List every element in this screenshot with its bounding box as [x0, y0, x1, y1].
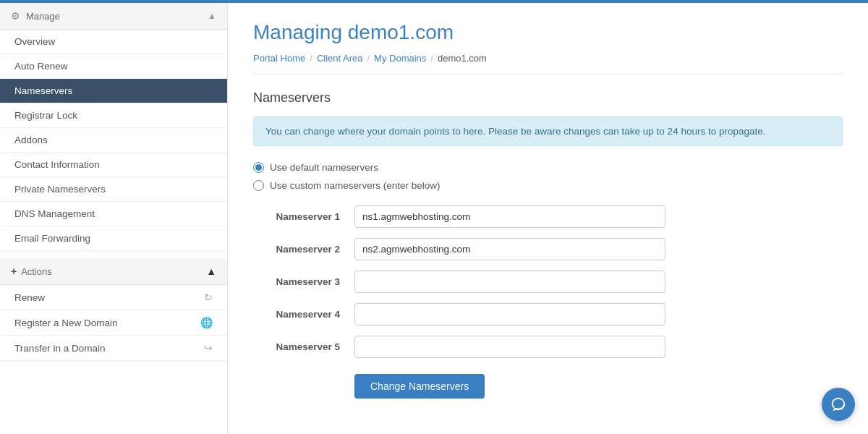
breadcrumb: Portal Home / Client Area / My Domains /…: [253, 53, 843, 75]
content-area: Managing demo1.com Portal Home / Client …: [228, 3, 868, 434]
ns-label-5: Nameserver 5: [260, 341, 340, 352]
ns-label-4: Nameserver 4: [260, 309, 340, 320]
section-title: Nameservers: [253, 90, 843, 106]
sidebar-action-register-domain[interactable]: Register a New Domain 🌐: [0, 310, 227, 336]
manage-label: Manage: [26, 11, 60, 22]
page-title: Managing demo1.com: [253, 21, 843, 44]
radio-custom-option[interactable]: Use custom nameservers (enter below): [253, 180, 843, 191]
nameserver-form: Nameserver 1 Nameserver 2 Nameserver 3 N…: [253, 205, 843, 399]
info-box: You can change where your domain points …: [253, 116, 843, 146]
ns-input-5[interactable]: [354, 336, 665, 358]
actions-section-header: + Actions ▲: [0, 258, 227, 285]
ns-input-1[interactable]: [354, 205, 665, 228]
sidebar-action-transfer-in[interactable]: Transfer in a Domain ↪: [0, 336, 227, 361]
sidebar-item-dns-management[interactable]: DNS Management: [0, 202, 227, 226]
radio-default-input[interactable]: [253, 162, 264, 173]
refresh-icon: ↻: [204, 292, 213, 303]
arrow-forward-icon: ↪: [204, 342, 213, 354]
sidebar: ⚙ Manage ▲ Overview Auto Renew Nameserve…: [0, 3, 228, 434]
gear-icon: ⚙: [11, 10, 20, 22]
sidebar-item-overview[interactable]: Overview: [0, 30, 227, 54]
change-button-row: Change Nameservers: [260, 368, 843, 399]
sidebar-item-private-nameservers[interactable]: Private Nameservers: [0, 177, 227, 202]
ns-row-1: Nameserver 1: [260, 205, 843, 228]
plus-icon: +: [11, 265, 17, 277]
sidebar-item-contact-information[interactable]: Contact Information: [0, 153, 227, 177]
actions-chevron-icon: ▲: [206, 265, 216, 277]
manage-chevron-icon: ▲: [208, 11, 216, 21]
manage-section-header: ⚙ Manage ▲: [0, 3, 227, 30]
sidebar-item-nameservers[interactable]: Nameservers: [0, 79, 227, 103]
actions-label: Actions: [21, 266, 52, 277]
ns-row-2: Nameserver 2: [260, 238, 843, 260]
breadcrumb-client-area[interactable]: Client Area: [317, 53, 363, 64]
change-nameservers-button[interactable]: Change Nameservers: [354, 374, 485, 399]
radio-default-label: Use default nameservers: [270, 162, 378, 173]
globe-icon: 🌐: [200, 317, 213, 328]
radio-default-option[interactable]: Use default nameservers: [253, 162, 843, 173]
ns-row-4: Nameserver 4: [260, 303, 843, 326]
sidebar-item-auto-renew[interactable]: Auto Renew: [0, 54, 227, 79]
ns-row-5: Nameserver 5: [260, 336, 843, 358]
sidebar-action-renew[interactable]: Renew ↻: [0, 285, 227, 310]
manage-header-left: ⚙ Manage: [11, 10, 60, 22]
breadcrumb-my-domains[interactable]: My Domains: [374, 53, 426, 64]
sidebar-item-registrar-lock[interactable]: Registrar Lock: [0, 103, 227, 128]
chat-icon: [830, 396, 846, 412]
ns-label-3: Nameserver 3: [260, 276, 340, 287]
main-container: ⚙ Manage ▲ Overview Auto Renew Nameserve…: [0, 3, 868, 434]
radio-custom-input[interactable]: [253, 180, 264, 191]
sidebar-item-addons[interactable]: Addons: [0, 128, 227, 153]
breadcrumb-portal-home[interactable]: Portal Home: [253, 53, 305, 64]
breadcrumb-sep-1: /: [310, 53, 312, 64]
radio-custom-label: Use custom nameservers (enter below): [270, 180, 441, 191]
breadcrumb-sep-2: /: [367, 53, 370, 64]
actions-header-left: + Actions: [11, 265, 52, 277]
nameserver-radio-group: Use default nameservers Use custom names…: [253, 162, 843, 191]
chat-bubble-button[interactable]: [822, 388, 855, 421]
ns-input-3[interactable]: [354, 271, 665, 293]
ns-input-2[interactable]: [354, 238, 665, 260]
ns-label-2: Nameserver 2: [260, 244, 340, 255]
breadcrumb-current: demo1.com: [438, 53, 487, 64]
ns-input-4[interactable]: [354, 303, 665, 326]
ns-row-3: Nameserver 3: [260, 271, 843, 293]
ns-label-1: Nameserver 1: [260, 211, 340, 222]
breadcrumb-sep-3: /: [430, 53, 433, 64]
sidebar-item-email-forwarding[interactable]: Email Forwarding: [0, 226, 227, 251]
